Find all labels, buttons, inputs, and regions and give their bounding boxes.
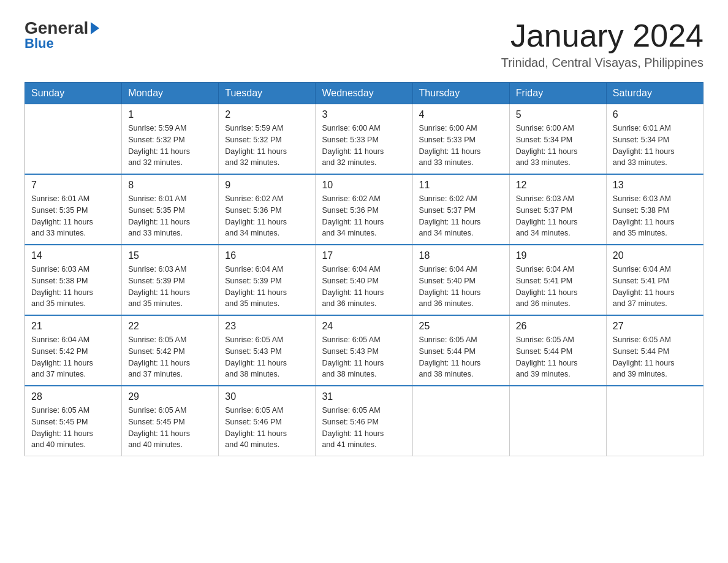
calendar-cell: 24Sunrise: 6:05 AM Sunset: 5:43 PM Dayli… <box>316 315 412 386</box>
calendar-cell: 23Sunrise: 6:05 AM Sunset: 5:43 PM Dayli… <box>219 315 316 386</box>
calendar-table: SundayMondayTuesdayWednesdayThursdayFrid… <box>25 82 703 456</box>
day-number: 16 <box>225 250 309 261</box>
day-number: 20 <box>613 250 697 261</box>
calendar-cell: 5Sunrise: 6:00 AM Sunset: 5:34 PM Daylig… <box>509 104 606 175</box>
calendar-cell: 4Sunrise: 6:00 AM Sunset: 5:33 PM Daylig… <box>412 104 509 175</box>
calendar-cell <box>25 104 122 175</box>
day-number: 14 <box>31 250 115 261</box>
day-info: Sunrise: 6:05 AM Sunset: 5:45 PM Dayligh… <box>31 405 115 451</box>
day-info: Sunrise: 6:04 AM Sunset: 5:41 PM Dayligh… <box>516 264 600 310</box>
calendar-cell: 30Sunrise: 6:05 AM Sunset: 5:46 PM Dayli… <box>219 386 316 456</box>
header-saturday: Saturday <box>606 83 703 104</box>
calendar-cell: 27Sunrise: 6:05 AM Sunset: 5:44 PM Dayli… <box>606 315 703 386</box>
day-number: 6 <box>613 109 697 120</box>
calendar-cell: 29Sunrise: 6:05 AM Sunset: 5:45 PM Dayli… <box>122 386 219 456</box>
calendar-cell: 6Sunrise: 6:01 AM Sunset: 5:34 PM Daylig… <box>606 104 703 175</box>
calendar-cell: 26Sunrise: 6:05 AM Sunset: 5:44 PM Dayli… <box>509 315 606 386</box>
week-row-3: 14Sunrise: 6:03 AM Sunset: 5:38 PM Dayli… <box>25 245 703 315</box>
day-number: 26 <box>516 321 600 332</box>
week-row-4: 21Sunrise: 6:04 AM Sunset: 5:42 PM Dayli… <box>25 315 703 386</box>
calendar-cell: 11Sunrise: 6:02 AM Sunset: 5:37 PM Dayli… <box>412 174 509 245</box>
day-info: Sunrise: 6:05 AM Sunset: 5:45 PM Dayligh… <box>128 405 212 451</box>
day-info: Sunrise: 6:03 AM Sunset: 5:38 PM Dayligh… <box>613 193 697 239</box>
header-sunday: Sunday <box>25 83 122 104</box>
calendar-cell: 19Sunrise: 6:04 AM Sunset: 5:41 PM Dayli… <box>509 245 606 315</box>
day-info: Sunrise: 6:02 AM Sunset: 5:37 PM Dayligh… <box>419 193 503 239</box>
calendar-cell <box>606 386 703 456</box>
day-info: Sunrise: 6:03 AM Sunset: 5:38 PM Dayligh… <box>31 264 115 310</box>
day-number: 19 <box>516 250 600 261</box>
day-info: Sunrise: 6:00 AM Sunset: 5:33 PM Dayligh… <box>419 123 503 169</box>
calendar-header-row: SundayMondayTuesdayWednesdayThursdayFrid… <box>25 83 703 104</box>
day-info: Sunrise: 6:01 AM Sunset: 5:34 PM Dayligh… <box>613 123 697 169</box>
day-info: Sunrise: 6:03 AM Sunset: 5:37 PM Dayligh… <box>516 193 600 239</box>
day-number: 17 <box>322 250 406 261</box>
day-info: Sunrise: 6:01 AM Sunset: 5:35 PM Dayligh… <box>31 193 115 239</box>
day-info: Sunrise: 6:04 AM Sunset: 5:41 PM Dayligh… <box>613 264 697 310</box>
day-number: 15 <box>128 250 212 261</box>
day-number: 9 <box>225 180 309 191</box>
day-number: 8 <box>128 180 212 191</box>
location-title: Trinidad, Central Visayas, Philippines <box>501 56 703 70</box>
day-number: 3 <box>322 109 406 120</box>
calendar-cell: 22Sunrise: 6:05 AM Sunset: 5:42 PM Dayli… <box>122 315 219 386</box>
day-number: 28 <box>31 391 115 402</box>
week-row-1: 1Sunrise: 5:59 AM Sunset: 5:32 PM Daylig… <box>25 104 703 175</box>
calendar-cell: 2Sunrise: 5:59 AM Sunset: 5:32 PM Daylig… <box>219 104 316 175</box>
day-info: Sunrise: 6:02 AM Sunset: 5:36 PM Dayligh… <box>225 193 309 239</box>
header-monday: Monday <box>122 83 219 104</box>
day-info: Sunrise: 6:04 AM Sunset: 5:40 PM Dayligh… <box>322 264 406 310</box>
day-info: Sunrise: 6:04 AM Sunset: 5:40 PM Dayligh… <box>419 264 503 310</box>
day-number: 13 <box>613 180 697 191</box>
day-info: Sunrise: 6:05 AM Sunset: 5:44 PM Dayligh… <box>613 334 697 380</box>
month-title: January 2024 <box>501 18 703 53</box>
header-friday: Friday <box>509 83 606 104</box>
day-info: Sunrise: 6:04 AM Sunset: 5:42 PM Dayligh… <box>31 334 115 380</box>
week-row-5: 28Sunrise: 6:05 AM Sunset: 5:45 PM Dayli… <box>25 386 703 456</box>
calendar-cell: 1Sunrise: 5:59 AM Sunset: 5:32 PM Daylig… <box>122 104 219 175</box>
page-header: General Blue January 2024 Trinidad, Cent… <box>25 18 703 70</box>
calendar-cell: 20Sunrise: 6:04 AM Sunset: 5:41 PM Dayli… <box>606 245 703 315</box>
calendar-cell: 3Sunrise: 6:00 AM Sunset: 5:33 PM Daylig… <box>316 104 412 175</box>
day-number: 29 <box>128 391 212 402</box>
calendar-cell: 15Sunrise: 6:03 AM Sunset: 5:39 PM Dayli… <box>122 245 219 315</box>
day-info: Sunrise: 6:01 AM Sunset: 5:35 PM Dayligh… <box>128 193 212 239</box>
title-block: January 2024 Trinidad, Central Visayas, … <box>501 18 703 70</box>
calendar-cell: 7Sunrise: 6:01 AM Sunset: 5:35 PM Daylig… <box>25 174 122 245</box>
calendar-cell: 8Sunrise: 6:01 AM Sunset: 5:35 PM Daylig… <box>122 174 219 245</box>
day-info: Sunrise: 6:02 AM Sunset: 5:36 PM Dayligh… <box>322 193 406 239</box>
logo-triangle-icon <box>91 22 99 34</box>
day-info: Sunrise: 6:05 AM Sunset: 5:46 PM Dayligh… <box>322 405 406 451</box>
day-info: Sunrise: 6:05 AM Sunset: 5:42 PM Dayligh… <box>128 334 212 380</box>
calendar-cell: 14Sunrise: 6:03 AM Sunset: 5:38 PM Dayli… <box>25 245 122 315</box>
calendar-cell: 16Sunrise: 6:04 AM Sunset: 5:39 PM Dayli… <box>219 245 316 315</box>
day-info: Sunrise: 6:05 AM Sunset: 5:44 PM Dayligh… <box>419 334 503 380</box>
day-number: 22 <box>128 321 212 332</box>
day-number: 31 <box>322 391 406 402</box>
day-info: Sunrise: 6:03 AM Sunset: 5:39 PM Dayligh… <box>128 264 212 310</box>
calendar-cell: 18Sunrise: 6:04 AM Sunset: 5:40 PM Dayli… <box>412 245 509 315</box>
calendar-cell: 28Sunrise: 6:05 AM Sunset: 5:45 PM Dayli… <box>25 386 122 456</box>
calendar-cell: 25Sunrise: 6:05 AM Sunset: 5:44 PM Dayli… <box>412 315 509 386</box>
day-info: Sunrise: 6:05 AM Sunset: 5:43 PM Dayligh… <box>322 334 406 380</box>
day-number: 7 <box>31 180 115 191</box>
day-number: 2 <box>225 109 309 120</box>
day-info: Sunrise: 5:59 AM Sunset: 5:32 PM Dayligh… <box>128 123 212 169</box>
day-info: Sunrise: 5:59 AM Sunset: 5:32 PM Dayligh… <box>225 123 309 169</box>
day-info: Sunrise: 6:00 AM Sunset: 5:34 PM Dayligh… <box>516 123 600 169</box>
day-number: 18 <box>419 250 503 261</box>
logo: General Blue <box>25 18 102 52</box>
day-number: 24 <box>322 321 406 332</box>
calendar-cell <box>509 386 606 456</box>
header-thursday: Thursday <box>412 83 509 104</box>
calendar-cell: 10Sunrise: 6:02 AM Sunset: 5:36 PM Dayli… <box>316 174 412 245</box>
day-number: 23 <box>225 321 309 332</box>
calendar-cell: 9Sunrise: 6:02 AM Sunset: 5:36 PM Daylig… <box>219 174 316 245</box>
calendar-cell: 17Sunrise: 6:04 AM Sunset: 5:40 PM Dayli… <box>316 245 412 315</box>
day-number: 1 <box>128 109 212 120</box>
day-info: Sunrise: 6:05 AM Sunset: 5:46 PM Dayligh… <box>225 405 309 451</box>
day-number: 25 <box>419 321 503 332</box>
logo-blue: Blue <box>25 36 54 52</box>
day-number: 11 <box>419 180 503 191</box>
day-number: 12 <box>516 180 600 191</box>
